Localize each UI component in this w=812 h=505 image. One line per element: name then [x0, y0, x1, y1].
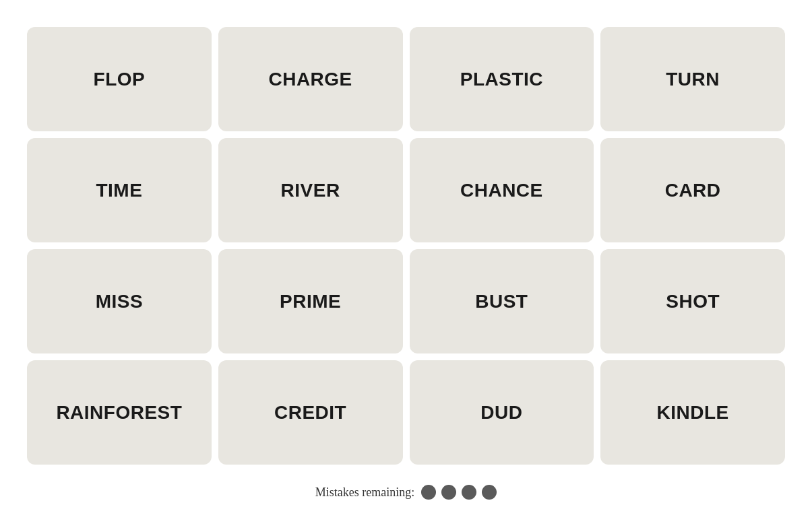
- mistake-dot-3: [462, 485, 476, 500]
- tile-miss[interactable]: MISS: [27, 249, 212, 354]
- tile-river[interactable]: RIVER: [218, 138, 403, 242]
- tile-flop[interactable]: FLOP: [27, 27, 212, 131]
- tile-word-flop: FLOP: [94, 69, 146, 90]
- tile-word-chance: CHANCE: [460, 180, 543, 201]
- tile-word-prime: PRIME: [280, 291, 341, 312]
- tile-word-time: TIME: [96, 180, 142, 201]
- tile-word-bust: BUST: [475, 291, 528, 312]
- tile-credit[interactable]: CREDIT: [218, 360, 403, 465]
- game-container: FLOPCHARGEPLASTICTURNTIMERIVERCHANCECARD…: [0, 0, 812, 505]
- tile-shot[interactable]: SHOT: [600, 249, 785, 354]
- tile-word-card: CARD: [665, 180, 721, 201]
- mistake-dot-4: [482, 485, 497, 500]
- word-grid: FLOPCHARGEPLASTICTURNTIMERIVERCHANCECARD…: [13, 13, 799, 471]
- tile-card[interactable]: CARD: [600, 138, 785, 242]
- tile-word-charge: CHARGE: [268, 69, 352, 90]
- tile-prime[interactable]: PRIME: [218, 249, 403, 354]
- tile-word-river: RIVER: [281, 180, 340, 201]
- tile-bust[interactable]: BUST: [410, 249, 594, 354]
- mistake-dot-2: [441, 485, 456, 500]
- tile-word-kindle: KINDLE: [657, 402, 729, 424]
- tile-time[interactable]: TIME: [27, 138, 212, 242]
- tile-word-plastic: PLASTIC: [460, 69, 543, 90]
- tile-kindle[interactable]: KINDLE: [600, 360, 785, 465]
- tile-chance[interactable]: CHANCE: [410, 138, 594, 242]
- tile-word-shot: SHOT: [666, 291, 720, 312]
- tile-word-credit: CREDIT: [274, 402, 346, 424]
- tile-charge[interactable]: CHARGE: [218, 27, 403, 131]
- tile-word-miss: MISS: [96, 291, 143, 312]
- mistake-dot-1: [421, 485, 436, 500]
- tile-word-dud: DUD: [480, 402, 522, 424]
- tile-word-turn: TURN: [666, 69, 720, 90]
- tile-turn[interactable]: TURN: [600, 27, 785, 131]
- tile-word-rainforest: RAINFOREST: [56, 402, 182, 424]
- mistakes-row: Mistakes remaining:: [315, 485, 497, 505]
- tile-rainforest[interactable]: RAINFOREST: [27, 360, 212, 465]
- dots-container: [421, 485, 497, 500]
- mistakes-label: Mistakes remaining:: [315, 485, 414, 500]
- tile-dud[interactable]: DUD: [410, 360, 594, 465]
- tile-plastic[interactable]: PLASTIC: [410, 27, 594, 131]
